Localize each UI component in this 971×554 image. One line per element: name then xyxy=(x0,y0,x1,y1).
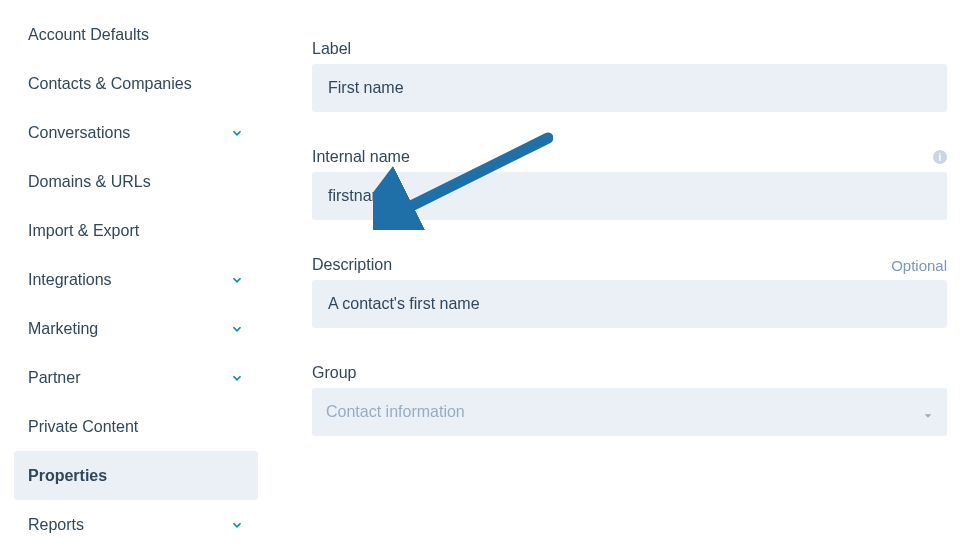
optional-label: Optional xyxy=(891,257,947,274)
sidebar-item-partner[interactable]: Partner xyxy=(14,353,258,402)
settings-sidebar: Account Defaults Contacts & Companies Co… xyxy=(0,0,268,554)
sidebar-item-label: Partner xyxy=(28,369,80,387)
sidebar-item-label: Account Defaults xyxy=(28,26,149,44)
sidebar-item-import-export[interactable]: Import & Export xyxy=(14,206,258,255)
sidebar-item-account-defaults[interactable]: Account Defaults xyxy=(14,10,258,59)
group-field-label: Group xyxy=(312,364,356,382)
chevron-down-icon xyxy=(230,371,244,385)
sidebar-item-label: Integrations xyxy=(28,271,112,289)
label-input[interactable] xyxy=(326,78,933,98)
internal-name-field-label: Internal name xyxy=(312,148,410,166)
internal-name-input-wrapper[interactable] xyxy=(312,172,947,220)
description-field-block: Description Optional xyxy=(312,256,947,328)
internal-name-field-block: Internal name i xyxy=(312,148,947,220)
chevron-down-icon xyxy=(230,126,244,140)
sidebar-item-reports[interactable]: Reports xyxy=(14,500,258,549)
sidebar-item-label: Marketing xyxy=(28,320,98,338)
sidebar-item-contacts-companies[interactable]: Contacts & Companies xyxy=(14,59,258,108)
sidebar-item-private-content[interactable]: Private Content xyxy=(14,402,258,451)
description-input-wrapper[interactable] xyxy=(312,280,947,328)
sidebar-item-label: Domains & URLs xyxy=(28,173,151,191)
description-input[interactable] xyxy=(326,294,933,314)
sidebar-item-label: Reports xyxy=(28,516,84,534)
sidebar-item-conversations[interactable]: Conversations xyxy=(14,108,258,157)
description-field-label: Description xyxy=(312,256,392,274)
label-field-label: Label xyxy=(312,40,351,58)
group-field-block: Group Contact information xyxy=(312,364,947,436)
info-icon[interactable]: i xyxy=(933,150,947,164)
sidebar-item-properties[interactable]: Properties xyxy=(14,451,258,500)
sidebar-item-marketing[interactable]: Marketing xyxy=(14,304,258,353)
sidebar-item-integrations[interactable]: Integrations xyxy=(14,255,258,304)
group-select-value: Contact information xyxy=(326,403,465,421)
label-input-wrapper[interactable] xyxy=(312,64,947,112)
group-select[interactable]: Contact information xyxy=(312,388,947,436)
sidebar-item-domains-urls[interactable]: Domains & URLs xyxy=(14,157,258,206)
chevron-down-icon xyxy=(230,322,244,336)
internal-name-input[interactable] xyxy=(326,186,933,206)
caret-down-icon xyxy=(923,407,933,417)
sidebar-item-label: Contacts & Companies xyxy=(28,75,192,93)
sidebar-item-label: Properties xyxy=(28,467,107,485)
chevron-down-icon xyxy=(230,518,244,532)
chevron-down-icon xyxy=(230,273,244,287)
label-field-block: Label xyxy=(312,40,947,112)
property-form: Label Internal name i Description Option… xyxy=(268,0,971,554)
sidebar-item-label: Conversations xyxy=(28,124,130,142)
sidebar-item-label: Import & Export xyxy=(28,222,139,240)
svg-marker-0 xyxy=(925,414,932,417)
sidebar-item-label: Private Content xyxy=(28,418,138,436)
